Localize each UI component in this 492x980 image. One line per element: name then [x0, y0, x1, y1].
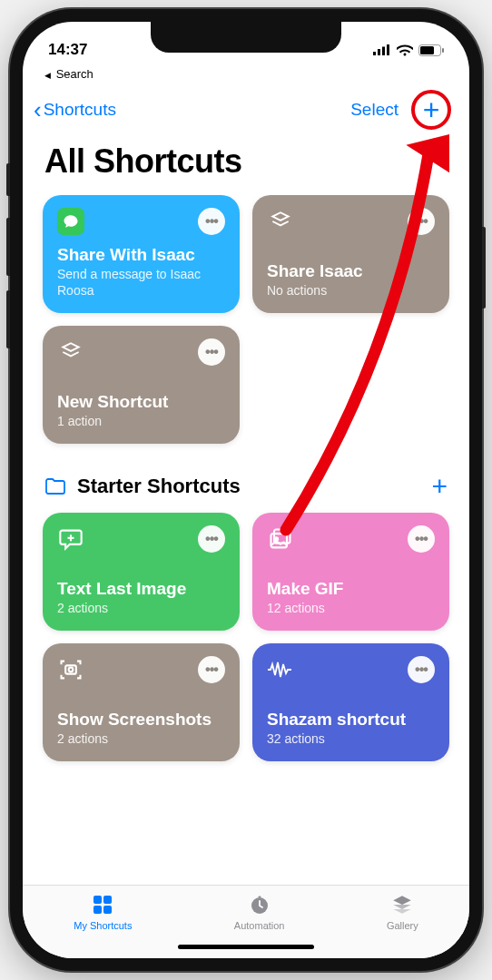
- shortcut-card[interactable]: ••• Text Last Image 2 actions: [43, 513, 240, 631]
- card-more-button[interactable]: •••: [408, 525, 435, 553]
- device-frame: 14:37 Search ‹ Shortcuts Select + Al: [10, 9, 482, 971]
- svg-rect-17: [103, 906, 112, 914]
- card-more-button[interactable]: •••: [198, 656, 225, 683]
- tab-label: Automation: [234, 920, 285, 931]
- card-title: Share Isaac: [267, 261, 435, 281]
- card-more-button[interactable]: •••: [198, 208, 225, 235]
- grid-icon: [91, 893, 114, 916]
- wifi-icon: [397, 44, 413, 56]
- clock-icon: [248, 893, 271, 916]
- return-app-label: Search: [56, 67, 93, 81]
- shortcut-card[interactable]: ••• Share With Isaac Send a message to I…: [43, 195, 240, 313]
- status-time: 14:37: [48, 41, 87, 59]
- notch: [151, 22, 341, 53]
- tab-automation[interactable]: Automation: [234, 893, 285, 931]
- svg-rect-6: [442, 48, 444, 53]
- volume-down: [6, 290, 10, 348]
- svg-rect-0: [373, 52, 376, 55]
- card-title: Show Screenshots: [57, 710, 225, 730]
- tab-gallery[interactable]: Gallery: [387, 893, 418, 931]
- tab-my-shortcuts[interactable]: My Shortcuts: [74, 893, 132, 931]
- shortcut-card[interactable]: ••• Shazam shortcut 32 actions: [252, 643, 449, 761]
- waveform-icon: [267, 656, 294, 683]
- card-more-button[interactable]: •••: [408, 656, 435, 683]
- section-add-button[interactable]: +: [431, 471, 448, 502]
- card-title: Share With Isaac: [57, 245, 225, 265]
- card-subtitle: 1 action: [57, 414, 225, 430]
- svg-rect-14: [93, 896, 102, 904]
- section-header: Starter Shortcuts +: [43, 467, 449, 513]
- card-subtitle: 2 actions: [57, 601, 225, 617]
- svg-rect-15: [103, 896, 112, 904]
- chevron-left-icon: ‹: [34, 98, 42, 122]
- svg-rect-3: [387, 44, 389, 55]
- back-button[interactable]: ‹ Shortcuts: [34, 98, 116, 122]
- svg-rect-2: [382, 47, 385, 56]
- plus-icon: +: [423, 95, 440, 124]
- card-title: Shazam shortcut: [267, 710, 435, 730]
- power-button: [482, 227, 486, 309]
- back-label: Shortcuts: [44, 100, 116, 120]
- home-indicator[interactable]: [178, 945, 314, 949]
- card-more-button[interactable]: •••: [198, 338, 225, 366]
- battery-icon: [418, 44, 444, 56]
- select-button[interactable]: Select: [350, 100, 399, 120]
- page-title: All Shortcuts: [23, 137, 469, 195]
- content: ••• Share With Isaac Send a message to I…: [23, 195, 469, 885]
- cellular-icon: [373, 44, 391, 55]
- folder-icon: [44, 477, 68, 495]
- return-to-app[interactable]: Search: [23, 65, 469, 81]
- svg-rect-1: [378, 49, 380, 55]
- stack-icon: [57, 338, 84, 366]
- svg-rect-16: [93, 906, 102, 914]
- card-subtitle: 32 actions: [267, 731, 435, 748]
- card-subtitle: 2 actions: [57, 731, 225, 748]
- shortcut-card[interactable]: ••• Make GIF 12 actions: [252, 513, 449, 631]
- tab-label: Gallery: [387, 920, 418, 931]
- card-title: Make GIF: [267, 579, 435, 599]
- svg-point-13: [69, 668, 74, 672]
- section-title: Starter Shortcuts: [77, 475, 241, 498]
- card-title: Text Last Image: [57, 579, 225, 599]
- top-shortcuts-grid: ••• Share With Isaac Send a message to I…: [43, 195, 449, 444]
- svg-rect-5: [420, 46, 434, 54]
- shortcut-card[interactable]: ••• New Shortcut 1 action: [43, 326, 240, 444]
- messages-app-icon: [57, 208, 84, 235]
- volume-up: [6, 218, 10, 276]
- tab-bar: My Shortcuts Automation Gallery: [23, 885, 469, 958]
- shortcut-card[interactable]: ••• Share Isaac No actions: [252, 195, 449, 313]
- card-title: New Shortcut: [57, 392, 225, 412]
- screen: 14:37 Search ‹ Shortcuts Select + Al: [23, 22, 469, 958]
- stack-icon: [267, 208, 294, 235]
- card-subtitle: Send a message to Isaac Roosa: [57, 267, 225, 299]
- add-shortcut-button[interactable]: +: [411, 90, 451, 130]
- mute-switch: [6, 163, 10, 196]
- tab-label: My Shortcuts: [74, 920, 132, 931]
- screenshot-icon: [57, 656, 84, 683]
- shortcut-card[interactable]: ••• Show Screenshots 2 actions: [43, 643, 240, 761]
- card-more-button[interactable]: •••: [408, 208, 435, 235]
- card-more-button[interactable]: •••: [198, 525, 225, 553]
- card-subtitle: 12 actions: [267, 601, 435, 617]
- text-bubble-icon: [57, 525, 84, 553]
- photos-icon: [267, 525, 294, 553]
- nav-bar: ‹ Shortcuts Select +: [23, 81, 469, 137]
- gallery-icon: [390, 893, 414, 916]
- starter-shortcuts-grid: ••• Text Last Image 2 actions •••: [43, 513, 449, 761]
- card-subtitle: No actions: [267, 283, 435, 299]
- status-right: [373, 44, 444, 56]
